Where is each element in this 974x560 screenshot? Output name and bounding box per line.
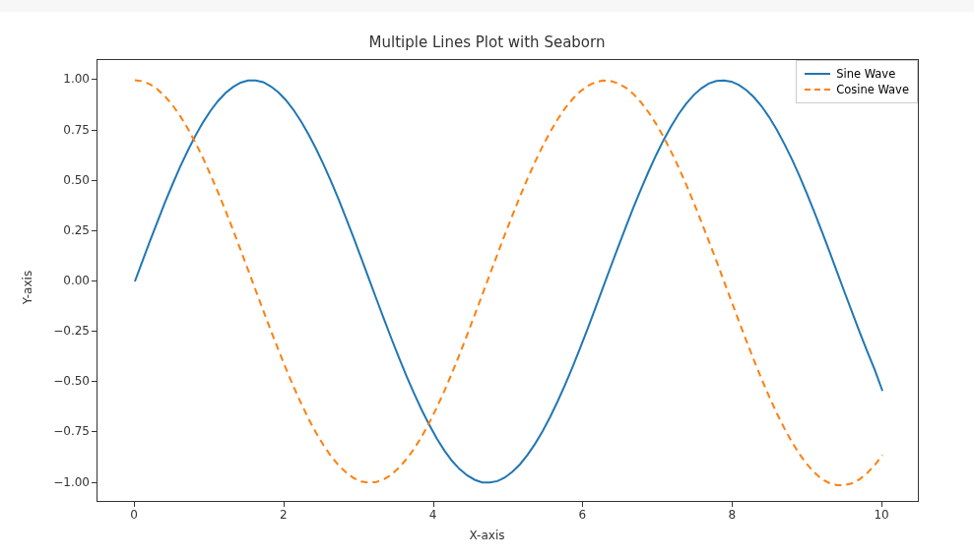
chart-title: Multiple Lines Plot with Seaborn (369, 33, 606, 51)
legend-swatch-sine (805, 73, 830, 75)
y-tick-mark (92, 482, 97, 483)
y-tick-mark (92, 331, 97, 332)
x-tick-label: 2 (280, 508, 288, 522)
x-axis-label: X-axis (470, 529, 505, 542)
legend-label-sine: Sine Wave (836, 67, 895, 81)
x-tick-mark (881, 502, 882, 507)
legend-swatch-cosine (805, 89, 830, 91)
y-tick-mark (92, 130, 97, 131)
sine-wave-line (135, 81, 882, 483)
y-tick-mark (92, 280, 97, 281)
y-tick-label: 0.75 (63, 123, 90, 137)
y-tick-mark (92, 79, 97, 80)
line-plot-svg (97, 60, 920, 503)
y-tick-label: 0.25 (63, 223, 90, 237)
y-tick-label: 0.50 (63, 173, 90, 187)
y-tick-mark (92, 431, 97, 432)
y-tick-label: −1.00 (53, 475, 90, 489)
legend-item-sine: Sine Wave (805, 66, 909, 82)
x-tick-label: 4 (429, 508, 437, 522)
y-tick-mark (92, 230, 97, 231)
x-tick-mark (433, 502, 434, 507)
legend-label-cosine: Cosine Wave (836, 83, 909, 96)
y-tick-label: 0.00 (63, 274, 90, 287)
x-tick-mark (732, 502, 733, 507)
y-tick-mark (92, 381, 97, 382)
x-tick-label: 0 (130, 508, 138, 522)
x-tick-mark (284, 502, 285, 507)
chart-container: Multiple Lines Plot with Seaborn Y-axis … (0, 0, 974, 560)
x-tick-mark (582, 502, 583, 507)
x-tick-label: 8 (728, 508, 736, 522)
y-tick-mark (92, 180, 97, 181)
legend-item-cosine: Cosine Wave (805, 82, 909, 97)
y-tick-label: −0.50 (53, 374, 90, 388)
y-tick-label: −0.75 (53, 424, 90, 438)
legend-box: Sine Wave Cosine Wave (796, 60, 918, 103)
y-tick-label: −0.25 (53, 324, 90, 338)
x-tick-label: 10 (874, 508, 888, 522)
x-tick-label: 6 (579, 508, 587, 522)
y-axis-label: Y-axis (21, 270, 34, 303)
cosine-wave-line (135, 80, 882, 485)
plot-area (97, 59, 919, 502)
y-tick-label: 1.00 (63, 72, 90, 86)
x-tick-mark (134, 502, 135, 507)
